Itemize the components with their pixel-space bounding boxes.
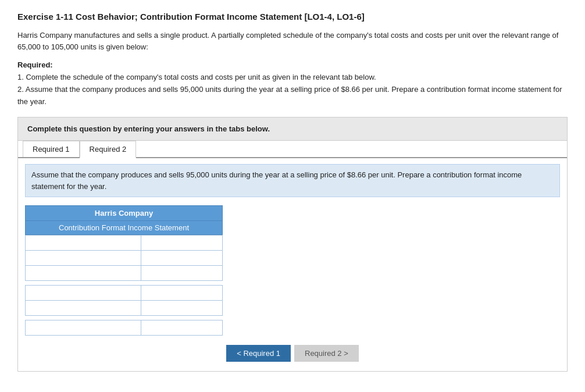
row4-value[interactable] [141, 286, 223, 301]
row4-label[interactable] [26, 286, 141, 301]
income-table-title: Harris Company [25, 205, 223, 221]
tab-required-2[interactable]: Required 2 [80, 141, 137, 158]
table-row [26, 251, 223, 266]
row4-value-input[interactable] [144, 288, 220, 297]
row6-value-input[interactable] [144, 323, 220, 332]
tab-description: Assume that the company produces and sel… [25, 164, 560, 197]
complete-box: Complete this question by entering your … [17, 117, 568, 141]
row6-value[interactable] [141, 320, 223, 336]
income-table-subtitle: Contribution Format Income Statement [25, 221, 223, 235]
intro-text: Harris Company manufactures and sells a … [17, 30, 568, 52]
row3-value[interactable] [141, 266, 223, 281]
row6-label[interactable] [26, 320, 141, 336]
page-title: Exercise 1-11 Cost Behavior; Contributio… [17, 12, 568, 22]
tab-required-1-label: Required 1 [33, 145, 70, 154]
tab-required-1[interactable]: Required 1 [23, 141, 80, 157]
row5-value[interactable] [141, 301, 223, 316]
required-item-2: 2. Assume that the company produces and … [17, 84, 568, 108]
next-button[interactable]: Required 2 > [294, 345, 359, 362]
separator-row [26, 281, 223, 286]
separator-row [26, 316, 223, 320]
table-row [26, 236, 223, 251]
row2-label[interactable] [26, 251, 141, 266]
row2-label-input[interactable] [28, 254, 138, 262]
row1-label-input[interactable] [28, 238, 138, 247]
required-item-1: 1. Complete the schedule of the company'… [17, 72, 568, 84]
row4-label-input[interactable] [28, 288, 138, 297]
row2-value[interactable] [141, 251, 223, 266]
tabs-row: Required 1 Required 2 [18, 141, 567, 158]
row3-label[interactable] [26, 266, 141, 281]
row1-value[interactable] [141, 236, 223, 251]
row1-label[interactable] [26, 236, 141, 251]
table-row [26, 286, 223, 301]
row5-value-input[interactable] [144, 304, 220, 312]
table-row [26, 266, 223, 281]
row1-value-input[interactable] [144, 238, 220, 247]
income-table-wrapper: Harris Company Contribution Format Incom… [25, 205, 223, 336]
prev-button[interactable]: < Required 1 [226, 345, 291, 362]
required-label: Required: [17, 60, 568, 69]
tab-content: Assume that the company produces and sel… [18, 158, 567, 371]
row3-label-input[interactable] [28, 269, 138, 277]
row3-value-input[interactable] [144, 269, 220, 277]
tabs-container: Required 1 Required 2 Assume that the co… [17, 141, 568, 372]
row5-label-input[interactable] [28, 304, 138, 312]
tab-required-2-label: Required 2 [90, 145, 127, 154]
table-row [26, 320, 223, 336]
bottom-nav: < Required 1 Required 2 > [25, 345, 560, 362]
row5-label[interactable] [26, 301, 141, 316]
required-list: 1. Complete the schedule of the company'… [17, 72, 568, 108]
row6-label-input[interactable] [28, 323, 138, 332]
row2-value-input[interactable] [144, 254, 220, 262]
income-table [25, 235, 223, 336]
table-row [26, 301, 223, 316]
